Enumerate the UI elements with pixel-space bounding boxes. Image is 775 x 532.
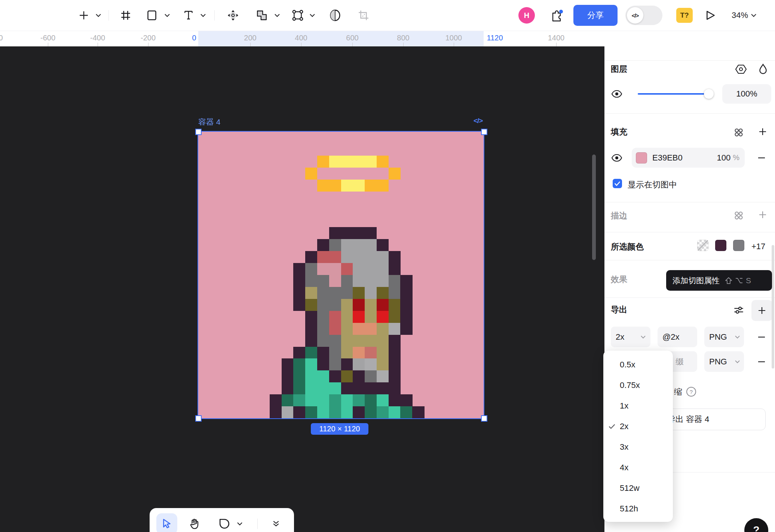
frame-code-icon[interactable]: </> bbox=[474, 117, 483, 125]
opacity-drop-button[interactable] bbox=[759, 64, 768, 75]
boolean-tool-dropdown[interactable] bbox=[272, 0, 282, 31]
pixel-cell bbox=[400, 287, 412, 299]
pixel-cell bbox=[365, 263, 377, 275]
pixel-cell bbox=[400, 394, 412, 406]
pixel-art-zombie-punk bbox=[198, 132, 484, 418]
move-tool-button[interactable] bbox=[224, 0, 242, 31]
boolean-tool-button[interactable] bbox=[253, 0, 271, 31]
scale-menu-item-3x[interactable]: 3x bbox=[603, 437, 673, 457]
selection-handle-bottom-right[interactable] bbox=[481, 415, 487, 422]
export-suffix-field[interactable]: @2x bbox=[658, 327, 697, 347]
fill-hex-value[interactable]: E39EB0 bbox=[652, 153, 683, 163]
pixel-cell bbox=[389, 323, 401, 335]
scale-menu-item-0.5x[interactable]: 0.5x bbox=[603, 354, 673, 375]
insert-tool-button[interactable] bbox=[76, 0, 92, 31]
text-tool-button[interactable] bbox=[180, 0, 197, 31]
shape-tool-dropdown[interactable] bbox=[162, 0, 172, 31]
plus-icon bbox=[758, 210, 767, 219]
selection-handle-top-left[interactable] bbox=[195, 129, 202, 135]
opacity-slider-track[interactable] bbox=[638, 93, 709, 95]
zoom-control[interactable]: 34% bbox=[732, 0, 756, 31]
frame-name-label[interactable]: 容器 4 bbox=[198, 117, 221, 127]
frame-tool-button[interactable] bbox=[118, 0, 133, 31]
pixel-cell bbox=[317, 156, 329, 168]
more-colors-count[interactable]: +17 bbox=[751, 242, 765, 251]
vector-edit-tool-button[interactable] bbox=[289, 0, 307, 31]
selected-color-swatch[interactable] bbox=[733, 240, 744, 251]
help-button[interactable]: ? bbox=[744, 518, 768, 532]
ruler-tick bbox=[48, 43, 48, 46]
pixel-cell bbox=[389, 370, 401, 382]
fill-color-swatch[interactable] bbox=[636, 152, 647, 163]
pixel-cell bbox=[341, 311, 353, 323]
mask-tool-button[interactable] bbox=[326, 0, 344, 31]
scale-menu-item-512w[interactable]: 512w bbox=[603, 478, 673, 498]
selection-handle-top-right[interactable] bbox=[481, 129, 487, 135]
panel-divider bbox=[604, 60, 775, 61]
export-format-dropdown[interactable]: PNG bbox=[704, 327, 744, 347]
fill-opacity-value[interactable]: 100 bbox=[717, 153, 730, 163]
export-settings-button[interactable] bbox=[733, 305, 744, 315]
selected-color-swatch[interactable] bbox=[697, 240, 708, 251]
check-icon bbox=[609, 424, 615, 429]
pixel-cell bbox=[341, 275, 353, 287]
ruler-mark: 1400 bbox=[548, 34, 565, 42]
hand-tool-button[interactable] bbox=[184, 513, 205, 532]
canvas-vertical-scrollbar[interactable] bbox=[592, 155, 596, 260]
pixel-cell bbox=[353, 275, 365, 287]
horizontal-ruler[interactable]: 0-600-400-2000200400600800100011201400 bbox=[0, 31, 604, 46]
canvas[interactable]: 容器 4 </> 1120 × 1120 bbox=[0, 46, 604, 532]
pixel-cell bbox=[353, 335, 365, 347]
add-fill-button[interactable] bbox=[758, 127, 767, 136]
selected-frame[interactable] bbox=[198, 132, 484, 418]
fill-visibility-toggle[interactable] bbox=[611, 154, 622, 162]
select-tool-button[interactable] bbox=[156, 513, 177, 532]
vector-edit-dropdown[interactable] bbox=[307, 0, 317, 31]
fill-color-row[interactable]: E39EB0 100 % bbox=[632, 148, 745, 168]
collapse-toolbar-button[interactable] bbox=[266, 513, 287, 532]
show-in-slice-checkbox[interactable] bbox=[613, 179, 622, 188]
fill-styles-button[interactable] bbox=[733, 127, 744, 138]
scale-menu-item-512h[interactable]: 512h bbox=[603, 498, 673, 519]
translate-badge[interactable]: T? bbox=[676, 8, 693, 23]
insert-tool-dropdown[interactable] bbox=[94, 0, 103, 31]
scale-menu-item-2x[interactable]: 2x bbox=[603, 416, 673, 437]
add-stroke-button[interactable] bbox=[758, 210, 767, 219]
remove-export-button[interactable] bbox=[757, 333, 766, 342]
blend-mode-button[interactable] bbox=[735, 64, 747, 74]
selection-size-badge: 1120 × 1120 bbox=[311, 423, 368, 435]
present-button[interactable] bbox=[702, 0, 720, 31]
help-icon[interactable]: ? bbox=[686, 386, 696, 397]
pixel-cell bbox=[365, 358, 377, 370]
avatar[interactable]: H bbox=[518, 7, 535, 24]
pixel-cell bbox=[353, 406, 365, 418]
shape-tool-button[interactable] bbox=[144, 0, 160, 31]
panel-scrollbar[interactable] bbox=[772, 245, 774, 369]
pixel-cell bbox=[317, 382, 329, 394]
selected-color-swatch[interactable] bbox=[715, 240, 726, 251]
pixel-cell bbox=[329, 156, 341, 168]
layer-section-title: 图层 bbox=[611, 64, 627, 75]
plugins-button[interactable] bbox=[547, 0, 566, 31]
scale-menu-item-1x[interactable]: 1x bbox=[603, 395, 673, 416]
share-button[interactable]: 分享 bbox=[573, 5, 618, 26]
code-mode-toggle[interactable]: </> bbox=[625, 6, 662, 25]
export-format-dropdown-2[interactable]: PNG bbox=[704, 351, 744, 372]
pixel-cell bbox=[305, 358, 317, 370]
pixel-cell bbox=[305, 251, 317, 263]
comment-tool-button[interactable] bbox=[214, 513, 235, 532]
add-export-button[interactable] bbox=[751, 300, 772, 321]
remove-fill-button[interactable] bbox=[757, 153, 766, 162]
text-tool-dropdown[interactable] bbox=[198, 0, 208, 31]
scale-menu-item-0.75x[interactable]: 0.75x bbox=[603, 375, 673, 395]
comment-tool-dropdown[interactable] bbox=[234, 513, 245, 532]
opacity-slider-thumb[interactable] bbox=[704, 89, 714, 99]
layer-visibility-toggle[interactable] bbox=[611, 90, 622, 98]
stroke-styles-button[interactable] bbox=[733, 210, 744, 221]
layer-opacity-field[interactable]: 100% bbox=[722, 84, 771, 104]
crop-tool-button[interactable] bbox=[355, 0, 373, 31]
scale-menu-item-4x[interactable]: 4x bbox=[603, 457, 673, 478]
remove-export-button-2[interactable] bbox=[757, 357, 766, 366]
export-scale-dropdown[interactable]: 2x bbox=[611, 327, 650, 347]
selection-handle-bottom-left[interactable] bbox=[195, 415, 202, 422]
